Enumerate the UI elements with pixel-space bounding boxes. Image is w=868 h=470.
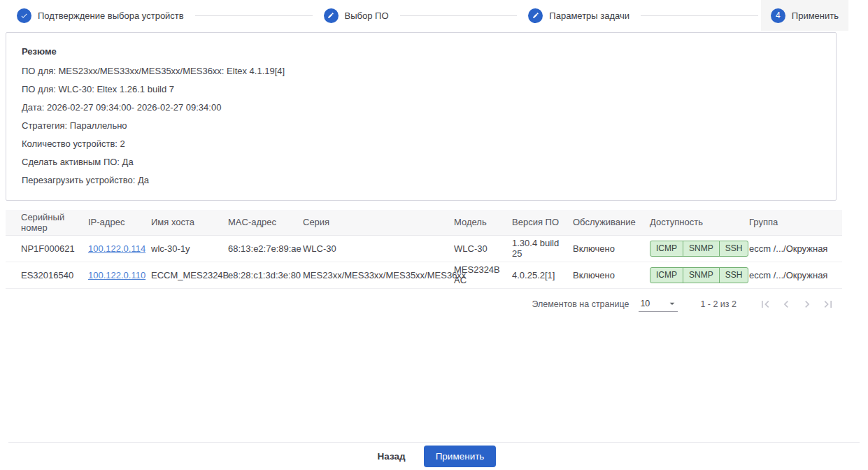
column-header-group: Группа [744,210,842,235]
icmp-badge: ICMP [650,241,683,257]
column-header-series: Серия [297,210,448,235]
column-header-model: Модель [448,210,506,235]
cell-model: MES2324B AC [448,262,506,288]
summary-line-date: Дата: 2026-02-27 09:34:00- 2026-02-27 09… [22,103,820,112]
step-software-selection[interactable]: Выбор ПО [315,0,397,31]
column-header-mac: MAC-адрес [222,210,297,235]
cell-maintenance: Включено [567,262,644,288]
column-header-availability: Доступность [644,210,744,235]
step-connector [641,15,758,16]
page-range-label: 1 - 2 из 2 [700,299,737,309]
step-label: Подтверждение выбора устройств [38,10,184,21]
cell-serial: NP1F000621 [6,235,83,262]
cell-host: ECCM_MES2324B [145,262,222,288]
step-task-parameters[interactable]: Параметры задачи [520,0,638,31]
summary-line-device-count: Количество устройств: 2 [22,139,820,148]
snmp-badge: SNMP [683,241,720,257]
step-label: Параметры задачи [549,10,629,21]
cell-group: eccm /.../Окружная [744,235,842,262]
items-per-page-select[interactable]: 10 [639,297,678,312]
step-label: Применить [792,10,839,21]
cell-serial: ES32016540 [6,262,83,288]
cell-fw-version: 1.30.4 build 25 [506,235,567,262]
summary-title: Резюме [22,46,820,57]
step-connector [195,15,313,16]
chevron-down-icon [667,298,678,309]
column-header-fw-version: Версия ПО [506,210,567,235]
cell-series: MES23xx/MES33xx/MES35xx/MES36xx [297,262,448,288]
ip-address-link[interactable]: 100.122.0.114 [88,243,145,254]
table-row[interactable]: ES32016540 100.122.0.110 ECCM_MES2324B e… [6,262,842,288]
cell-host: wlc-30-1y [145,235,222,262]
summary-line-software-wlc: ПО для: WLC-30: Eltex 1.26.1 build 7 [22,85,820,94]
ssh-badge: SSH [719,267,749,283]
step-label: Выбор ПО [345,10,389,21]
availability-badges: ICMP SNMP SSH [650,241,748,257]
step-number-icon: 4 [771,8,785,23]
column-header-ip: IP-адрес [83,210,145,235]
next-page-icon[interactable] [798,295,816,313]
cell-maintenance: Включено [567,235,644,262]
items-per-page-label: Элементов на странице [532,299,629,309]
summary-line-reboot: Перезагрузить устройство: Да [22,176,820,185]
ip-address-link[interactable]: 100.122.0.110 [88,270,145,280]
content-spacer [0,320,868,443]
items-per-page-value: 10 [640,299,650,308]
step-connector [400,15,518,16]
cell-fw-version: 4.0.25.2[1] [506,262,567,288]
back-button[interactable]: Назад [372,447,411,466]
step-device-selection[interactable]: Подтверждение выбора устройств [8,0,192,31]
summary-panel: Резюме ПО для: MES23xx/MES33xx/MES35xx/M… [6,32,837,201]
summary-line-set-active: Сделать активным ПО: Да [22,157,820,166]
devices-table-container: Серийный номер IP-адрес Имя хоста MAC-ад… [6,210,842,289]
summary-line-strategy: Стратегия: Параллельно [22,121,820,130]
summary-line-software-mes: ПО для: MES23xx/MES33xx/MES35xx/MES36xx:… [22,66,820,76]
snmp-badge: SNMP [683,267,720,283]
cell-mac: 68:13:e2:7e:89:ae [222,235,297,262]
apply-button[interactable]: Применить [424,446,497,467]
icmp-badge: ICMP [650,267,683,283]
column-header-maintenance: Обслуживание [567,210,644,235]
cell-mac: e8:28:c1:3d:3e:80 [222,262,297,288]
previous-page-icon[interactable] [777,295,795,313]
cell-group: eccm /.../Окружная [744,262,842,288]
firmware-update-wizard: Подтверждение выбора устройств Выбор ПО … [0,0,868,470]
devices-table: Серийный номер IP-адрес Имя хоста MAC-ад… [6,210,842,289]
cell-model: WLC-30 [448,235,506,262]
wizard-stepper: Подтверждение выбора устройств Выбор ПО … [0,0,868,31]
edit-icon [528,8,543,23]
pager-controls [756,295,837,313]
ssh-badge: SSH [719,241,749,257]
cell-series: WLC-30 [297,235,448,262]
last-page-icon[interactable] [819,295,837,313]
edit-icon [324,8,339,23]
step-apply[interactable]: 4 Применить [761,0,848,31]
check-icon [17,8,31,23]
table-row[interactable]: NP1F000621 100.122.0.114 wlc-30-1y 68:13… [6,235,842,262]
column-header-serial: Серийный номер [6,210,83,235]
wizard-footer: Назад Применить [0,443,868,470]
first-page-icon[interactable] [756,295,774,313]
table-header-row: Серийный номер IP-адрес Имя хоста MAC-ад… [6,210,842,235]
table-pagination: Элементов на странице 10 1 - 2 из 2 [0,289,868,320]
availability-badges: ICMP SNMP SSH [650,267,748,283]
column-header-host: Имя хоста [145,210,222,235]
